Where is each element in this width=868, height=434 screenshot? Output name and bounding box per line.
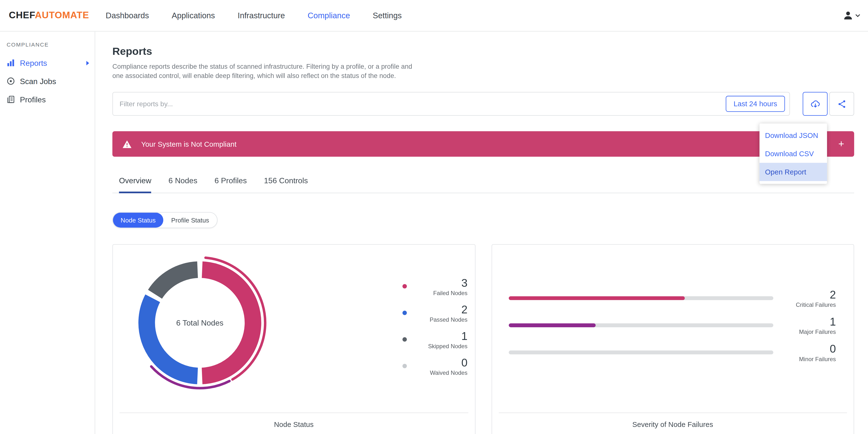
skipped-count: 1 bbox=[428, 330, 467, 342]
legend-row-skipped: 1 Skipped Nodes bbox=[402, 326, 467, 353]
minor-label: Minor Failures bbox=[788, 355, 836, 362]
failed-label: Failed Nodes bbox=[433, 289, 467, 296]
nav-compliance[interactable]: Compliance bbox=[308, 11, 350, 20]
major-count: 1 bbox=[788, 316, 836, 328]
chevron-right-icon bbox=[86, 61, 89, 65]
node-status-pill[interactable]: Node Status bbox=[113, 213, 163, 227]
sidebar-item-scan-jobs[interactable]: Scan Jobs bbox=[0, 72, 95, 90]
share-button[interactable] bbox=[829, 92, 854, 116]
filter-input-box: Last 24 hours bbox=[112, 92, 790, 116]
plus-icon[interactable]: + bbox=[838, 139, 844, 149]
compliance-sidebar: COMPLIANCE Reports Scan Jobs Profiles bbox=[0, 32, 95, 434]
minor-count: 0 bbox=[788, 343, 836, 355]
chevron-down-icon bbox=[855, 14, 860, 17]
legend-row-passed: 2 Passed Nodes bbox=[402, 300, 467, 326]
menu-item-open-report[interactable]: Open Report bbox=[760, 163, 827, 181]
critical-bar-fill bbox=[508, 296, 685, 300]
banner-message: Your System is Not Compliant bbox=[141, 140, 236, 148]
node-status-legend: 3 Failed Nodes 2 Passed Nodes bbox=[402, 254, 467, 412]
sidebar-item-profiles[interactable]: Profiles bbox=[0, 90, 95, 108]
major-bar-track bbox=[508, 323, 773, 327]
tab-controls[interactable]: 156 Controls bbox=[264, 176, 308, 193]
severity-bar-chart: 2 Critical Failures 1 Major Failures bbox=[492, 245, 854, 412]
profiles-icon bbox=[7, 95, 15, 103]
nav-dashboards[interactable]: Dashboards bbox=[106, 11, 149, 20]
chef-automate-logo[interactable]: CHEFAUTOMATE bbox=[9, 10, 89, 21]
nav-settings[interactable]: Settings bbox=[373, 11, 402, 20]
menu-item-download-json[interactable]: Download JSON bbox=[760, 126, 827, 145]
bar-row-minor: 0 Minor Failures bbox=[508, 339, 836, 366]
node-status-card: 6 Total Nodes 3 Failed Nodes bbox=[112, 244, 475, 434]
report-tabs: Overview 6 Nodes 6 Profiles 156 Controls bbox=[112, 176, 854, 193]
status-toggle: Node Status Profile Status bbox=[112, 212, 217, 228]
warning-icon bbox=[122, 140, 132, 148]
tab-nodes[interactable]: 6 Nodes bbox=[168, 176, 197, 193]
passed-label: Passed Nodes bbox=[430, 316, 467, 322]
legend-row-waived: 0 Waived Nodes bbox=[402, 353, 467, 379]
major-bar-fill bbox=[508, 323, 596, 327]
critical-count: 2 bbox=[788, 288, 836, 301]
waived-count: 0 bbox=[430, 356, 467, 368]
failed-count: 3 bbox=[433, 277, 467, 289]
brand-chef: CHEF bbox=[9, 10, 35, 21]
nav-applications[interactable]: Applications bbox=[172, 11, 215, 20]
filter-reports-input[interactable] bbox=[113, 100, 726, 108]
tab-overview[interactable]: Overview bbox=[119, 176, 152, 193]
sidebar-section-label: COMPLIANCE bbox=[0, 41, 95, 48]
node-status-donut-chart: 6 Total Nodes bbox=[132, 255, 268, 391]
major-label: Major Failures bbox=[788, 329, 836, 335]
critical-bar-track bbox=[508, 296, 773, 300]
donut-center-label: 6 Total Nodes bbox=[132, 255, 268, 391]
minor-bar-track bbox=[508, 351, 773, 354]
waived-dot bbox=[402, 364, 407, 368]
top-nav: Dashboards Applications Infrastructure C… bbox=[106, 11, 402, 20]
sidebar-item-label: Reports bbox=[20, 59, 47, 67]
bar-row-major: 1 Major Failures bbox=[508, 312, 836, 339]
compliance-status-banner: Your System is Not Compliant ta + bbox=[112, 131, 854, 157]
waived-label: Waived Nodes bbox=[430, 369, 467, 376]
filter-actions: Download JSON Download CSV Open Report bbox=[803, 92, 854, 116]
severity-card: 2 Critical Failures 1 Major Failures bbox=[491, 244, 854, 434]
critical-label: Critical Failures bbox=[788, 301, 836, 308]
profile-status-pill[interactable]: Profile Status bbox=[163, 213, 217, 227]
brand-automate: AUTOMATE bbox=[35, 10, 89, 21]
passed-dot bbox=[402, 311, 407, 315]
skipped-label: Skipped Nodes bbox=[428, 343, 467, 349]
time-range-button[interactable]: Last 24 hours bbox=[726, 96, 785, 112]
skipped-dot bbox=[402, 337, 407, 342]
bar-row-critical: 2 Critical Failures bbox=[508, 285, 836, 312]
passed-count: 2 bbox=[430, 303, 467, 315]
nav-infrastructure[interactable]: Infrastructure bbox=[238, 11, 285, 20]
sidebar-item-label: Scan Jobs bbox=[20, 77, 56, 86]
bar-chart-icon bbox=[7, 59, 15, 67]
app-viewport: CHEFAUTOMATE Dashboards Applications Inf… bbox=[0, 0, 868, 434]
sidebar-item-reports[interactable]: Reports bbox=[0, 54, 95, 72]
download-menu: Download JSON Download CSV Open Report bbox=[760, 124, 827, 184]
failed-dot bbox=[402, 284, 407, 288]
user-icon bbox=[842, 10, 854, 21]
legend-row-failed: 3 Failed Nodes bbox=[402, 273, 467, 300]
severity-card-title: Severity of Node Failures bbox=[492, 413, 854, 434]
sidebar-item-label: Profiles bbox=[20, 95, 46, 104]
top-bar: CHEFAUTOMATE Dashboards Applications Inf… bbox=[0, 0, 868, 32]
cloud-download-icon bbox=[809, 98, 820, 109]
overview-cards: 6 Total Nodes 3 Failed Nodes bbox=[112, 244, 854, 434]
radar-icon bbox=[7, 77, 15, 85]
page-description: Compliance reports describe the status o… bbox=[112, 62, 415, 81]
user-menu[interactable] bbox=[842, 10, 860, 21]
node-status-card-title: Node Status bbox=[113, 413, 475, 434]
tab-profiles[interactable]: 6 Profiles bbox=[215, 176, 247, 193]
download-button[interactable] bbox=[803, 92, 828, 116]
filter-row: Last 24 hours bbox=[112, 92, 854, 116]
page-title: Reports bbox=[112, 45, 854, 58]
share-icon bbox=[837, 99, 847, 109]
main-content: Reports Compliance reports describe the … bbox=[95, 32, 868, 434]
menu-item-download-csv[interactable]: Download CSV bbox=[760, 145, 827, 163]
